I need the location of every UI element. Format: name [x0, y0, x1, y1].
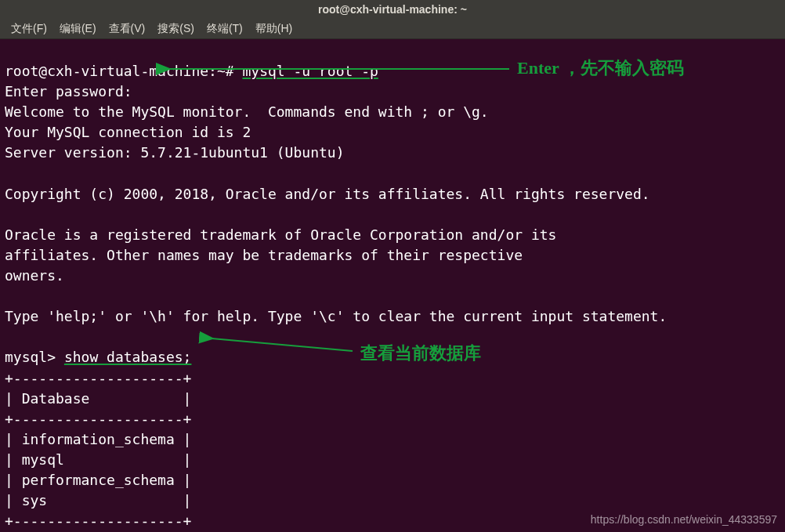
table-row: | sys | — [5, 492, 191, 508]
table-border-top: +--------------------+ — [5, 370, 191, 386]
table-border-bottom: +--------------------+ — [5, 512, 191, 529]
show-databases-command: show databases; — [64, 349, 192, 365]
menu-file[interactable]: 文件(F) — [6, 20, 52, 38]
table-header: | Database | — [5, 390, 191, 407]
menu-edit[interactable]: 编辑(E) — [55, 20, 101, 38]
mysql-prompt: mysql> — [5, 349, 56, 365]
enter-password-line: Enter password: — [5, 83, 140, 100]
table-row: | information_schema | — [5, 431, 191, 447]
welcome-line: Welcome to the MySQL monitor. Commands e… — [5, 103, 489, 120]
menu-search[interactable]: 搜索(S) — [153, 20, 199, 38]
terminal-area[interactable]: root@cxh-virtual-machine:~# mysql -u roo… — [0, 39, 785, 532]
mysql-login-command: mysql -u root -p — [242, 63, 378, 79]
menu-view[interactable]: 查看(V) — [104, 20, 150, 38]
table-row: | performance_schema | — [5, 472, 191, 488]
trademark-line-3: owners. — [5, 267, 64, 284]
annotation-show-databases: 查看当前数据库 — [360, 342, 481, 365]
menu-terminal[interactable]: 终端(T) — [202, 20, 248, 38]
window-title: root@cxh-virtual-machine: ~ — [318, 3, 467, 16]
table-row: | mysql | — [5, 451, 191, 468]
trademark-line-2: affiliates. Other names may be trademark… — [5, 247, 523, 263]
watermark: https://blog.csdn.net/weixin_44333597 — [591, 513, 777, 526]
connection-id-line: Your MySQL connection id is 2 — [5, 124, 251, 140]
menu-help[interactable]: 帮助(H) — [251, 20, 297, 38]
menubar: 文件(F) 编辑(E) 查看(V) 搜索(S) 终端(T) 帮助(H) — [0, 19, 785, 39]
annotation-enter-password: Enter ，先不输入密码 — [517, 56, 684, 80]
help-line: Type 'help;' or '\h' for help. Type '\c'… — [5, 308, 667, 324]
shell-prompt: root@cxh-virtual-machine:~# — [5, 63, 234, 79]
trademark-line-1: Oracle is a registered trademark of Orac… — [5, 226, 556, 243]
table-border-mid: +--------------------+ — [5, 411, 191, 427]
copyright-line: Copyright (c) 2000, 2018, Oracle and/or … — [5, 186, 650, 202]
server-version-line: Server version: 5.7.21-1ubuntu1 (Ubuntu) — [5, 144, 344, 161]
window-titlebar: root@cxh-virtual-machine: ~ — [0, 0, 785, 19]
